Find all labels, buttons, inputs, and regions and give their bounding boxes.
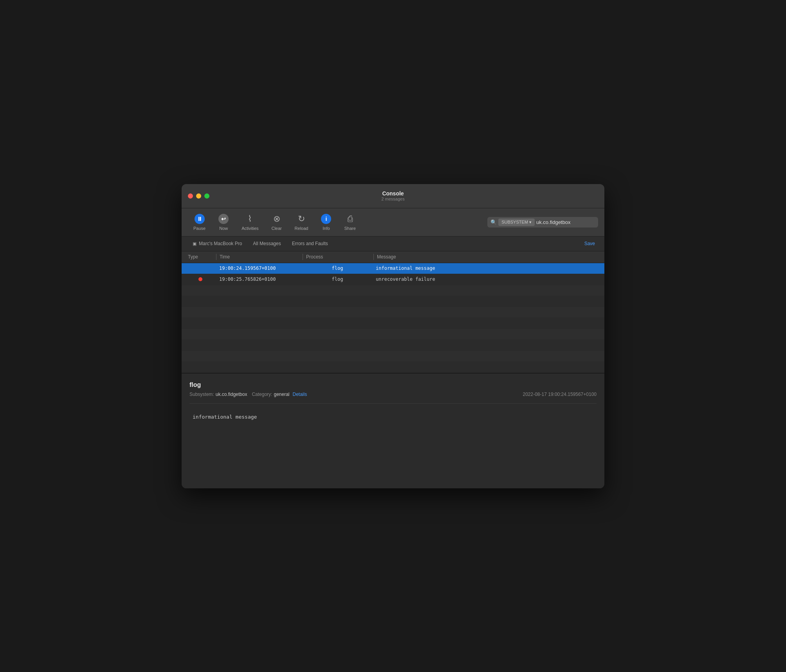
search-input[interactable] [536,219,595,225]
col-header-message: Message [374,254,601,260]
minimize-button[interactable] [196,193,201,199]
console-window: Console 2 messages ⏸ Pause ↩ Now ⌇ Activ… [182,184,604,488]
table-row[interactable]: 19:00:25.765826+0100flogunrecoverable fa… [182,274,604,285]
clear-icon: ⊗ [271,213,282,224]
subsystem-selector[interactable]: SUBSYSTEM ▾ [498,219,535,226]
empty-row [182,340,604,351]
save-button[interactable]: Save [581,240,598,247]
reload-label: Reload [295,226,308,231]
device-icon: ▣ [193,241,196,246]
info-icon: i [321,213,332,224]
subsystem-chevron-icon: ▾ [529,220,532,225]
detail-timestamp: 2022-08-17 19:00:24.159567+0100 [523,392,597,397]
detail-divider [189,403,597,404]
maximize-button[interactable] [204,193,209,199]
table-header: Type Time Process Message [182,251,604,263]
col-header-type: Type [185,254,216,260]
search-area: 🔍 SUBSYSTEM ▾ [487,217,598,228]
col-header-time: Time [216,254,303,260]
pause-icon: ⏸ [194,213,205,224]
subsystem-label: SUBSYSTEM [501,220,528,224]
td-process: flog [302,276,373,282]
detail-message: informational message [189,410,597,488]
device-tab[interactable]: ▣ Marc's MacBook Pro [188,239,247,248]
td-message: informational message [373,266,601,271]
device-label: Marc's MacBook Pro [199,241,242,246]
clear-button[interactable]: ⊗ Clear [266,211,288,233]
table-body: 19:00:24.159567+0100floginformational me… [182,263,604,373]
td-type [185,277,216,281]
title-text: Console [382,190,404,197]
clear-label: Clear [271,226,281,231]
error-dot-icon [198,277,202,281]
detail-process: flog [189,381,597,388]
td-process: flog [302,266,373,271]
empty-row [182,329,604,340]
reload-button[interactable]: ↻ Reload [289,211,314,233]
share-icon: ⎙ [344,213,355,224]
now-button[interactable]: ↩ Now [213,211,234,233]
toolbar: ⏸ Pause ↩ Now ⌇ Activities ⊗ Clear ↻ Rel… [182,208,604,237]
search-box[interactable]: 🔍 SUBSYSTEM ▾ [487,217,598,228]
col-header-process: Process [303,254,373,260]
errors-faults-label: Errors and Faults [292,241,328,246]
now-icon: ↩ [218,213,229,224]
share-label: Share [344,226,355,231]
subsystem-meta-value: uk.co.fidgetbox [216,392,247,397]
nav-tabs: ▣ Marc's MacBook Pro All Messages Errors… [182,237,604,251]
activities-icon: ⌇ [245,213,256,224]
all-messages-label: All Messages [253,241,281,246]
window-title: Console 2 messages [381,190,404,201]
empty-row [182,318,604,329]
table-row[interactable]: 19:00:24.159567+0100floginformational me… [182,263,604,274]
reload-icon: ↻ [296,213,307,224]
pause-button[interactable]: ⏸ Pause [188,211,211,233]
empty-row [182,362,604,373]
activities-button[interactable]: ⌇ Activities [236,211,264,233]
tab-errors-faults[interactable]: Errors and Faults [287,239,333,248]
share-button[interactable]: ⎙ Share [339,211,361,233]
category-meta-label: Category: [252,392,272,397]
detail-panel: flog Subsystem: uk.co.fidgetbox Category… [182,373,604,488]
search-icon: 🔍 [490,219,497,225]
empty-row [182,285,604,296]
close-button[interactable] [188,193,193,199]
empty-row [182,307,604,318]
td-time: 19:00:24.159567+0100 [216,266,302,271]
titlebar: Console 2 messages [182,184,604,208]
subtitle-text: 2 messages [381,197,404,201]
empty-row [182,296,604,307]
details-link[interactable]: Details [292,392,307,397]
info-button[interactable]: i Info [315,211,337,233]
subsystem-meta-label: Subsystem: [189,392,214,397]
td-time: 19:00:25.765826+0100 [216,276,302,282]
pause-label: Pause [193,226,206,231]
traffic-lights [188,193,209,199]
info-label: Info [323,226,330,231]
category-meta-value: general [274,392,289,397]
td-message: unrecoverable failure [373,276,601,282]
tab-all-messages[interactable]: All Messages [248,239,285,248]
detail-meta: Subsystem: uk.co.fidgetbox Category: gen… [189,392,597,397]
empty-row [182,351,604,362]
now-label: Now [219,226,228,231]
activities-label: Activities [242,226,258,231]
